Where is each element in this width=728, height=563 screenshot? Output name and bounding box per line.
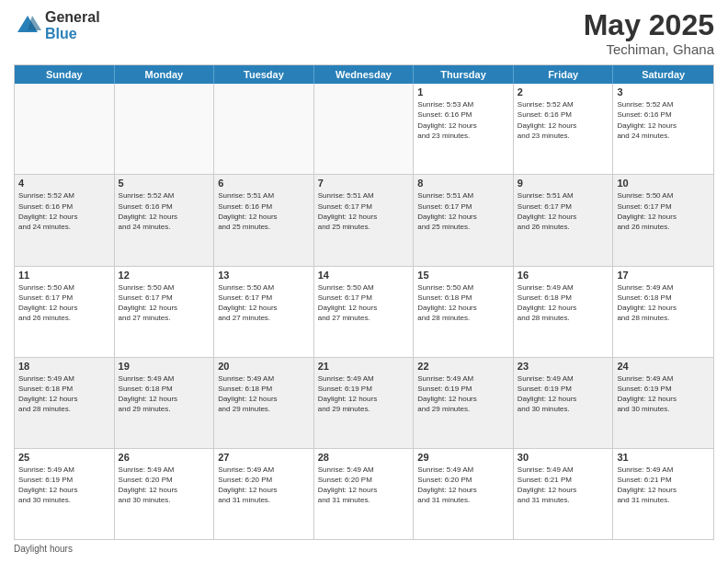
day-number: 1: [417, 86, 509, 98]
calendar-cell: 27Sunrise: 5:49 AM Sunset: 6:20 PM Dayli…: [214, 449, 314, 539]
day-info: Sunrise: 5:50 AM Sunset: 6:18 PM Dayligh…: [417, 282, 509, 324]
day-number: 24: [617, 361, 710, 372]
day-number: 13: [218, 270, 310, 281]
footer-note: Daylight hours: [14, 540, 714, 554]
calendar-cell: 12Sunrise: 5:50 AM Sunset: 6:17 PM Dayli…: [115, 267, 215, 357]
day-number: 19: [119, 361, 210, 372]
day-number: 9: [518, 178, 609, 189]
calendar-cell: 21Sunrise: 5:49 AM Sunset: 6:19 PM Dayli…: [314, 358, 415, 448]
calendar-cell: 18Sunrise: 5:49 AM Sunset: 6:18 PM Dayli…: [15, 358, 115, 448]
calendar: SundayMondayTuesdayWednesdayThursdayFrid…: [14, 64, 714, 540]
day-number: 10: [617, 178, 710, 189]
day-number: 4: [18, 178, 110, 189]
day-number: 2: [518, 86, 609, 98]
day-info: Sunrise: 5:49 AM Sunset: 6:20 PM Dayligh…: [119, 465, 210, 506]
calendar-cell: 30Sunrise: 5:49 AM Sunset: 6:21 PM Dayli…: [514, 449, 614, 539]
day-info: Sunrise: 5:49 AM Sunset: 6:20 PM Dayligh…: [318, 465, 410, 506]
day-number: 22: [417, 361, 509, 372]
calendar-cell: 8Sunrise: 5:51 AM Sunset: 6:17 PM Daylig…: [414, 175, 514, 265]
empty-cell: [115, 84, 215, 174]
day-number: 30: [518, 452, 609, 463]
day-info: Sunrise: 5:49 AM Sunset: 6:19 PM Dayligh…: [617, 373, 710, 415]
calendar-cell: 7Sunrise: 5:51 AM Sunset: 6:17 PM Daylig…: [314, 175, 415, 265]
day-number: 7: [318, 178, 410, 189]
day-info: Sunrise: 5:51 AM Sunset: 6:17 PM Dayligh…: [318, 190, 410, 232]
calendar-cell: 31Sunrise: 5:49 AM Sunset: 6:21 PM Dayli…: [613, 449, 713, 539]
day-number: 14: [318, 270, 410, 281]
day-number: 12: [119, 270, 210, 281]
calendar-row: 25Sunrise: 5:49 AM Sunset: 6:19 PM Dayli…: [15, 449, 713, 539]
day-info: Sunrise: 5:52 AM Sunset: 6:16 PM Dayligh…: [119, 190, 210, 232]
calendar-cell: 4Sunrise: 5:52 AM Sunset: 6:16 PM Daylig…: [15, 175, 115, 265]
subtitle: Techiman, Ghana: [584, 41, 714, 57]
calendar-cell: 23Sunrise: 5:49 AM Sunset: 6:19 PM Dayli…: [514, 358, 614, 448]
day-number: 27: [218, 452, 310, 463]
day-number: 28: [318, 452, 410, 463]
calendar-row: 4Sunrise: 5:52 AM Sunset: 6:16 PM Daylig…: [15, 175, 713, 266]
day-info: Sunrise: 5:52 AM Sunset: 6:16 PM Dayligh…: [518, 99, 609, 141]
day-info: Sunrise: 5:49 AM Sunset: 6:19 PM Dayligh…: [18, 465, 110, 506]
title-block: May 2025 Techiman, Ghana: [584, 9, 714, 57]
day-of-week-header: Sunday: [15, 65, 115, 84]
day-info: Sunrise: 5:53 AM Sunset: 6:16 PM Dayligh…: [417, 99, 509, 141]
calendar-body: 1Sunrise: 5:53 AM Sunset: 6:16 PM Daylig…: [15, 84, 713, 539]
calendar-cell: 17Sunrise: 5:49 AM Sunset: 6:18 PM Dayli…: [613, 267, 713, 357]
day-number: 31: [617, 452, 710, 463]
day-info: Sunrise: 5:50 AM Sunset: 6:17 PM Dayligh…: [119, 282, 210, 324]
calendar-row: 18Sunrise: 5:49 AM Sunset: 6:18 PM Dayli…: [15, 358, 713, 449]
day-number: 18: [18, 361, 110, 372]
day-of-week-header: Thursday: [414, 65, 514, 84]
calendar-cell: 10Sunrise: 5:50 AM Sunset: 6:17 PM Dayli…: [613, 175, 713, 265]
day-of-week-header: Monday: [115, 65, 215, 84]
day-info: Sunrise: 5:49 AM Sunset: 6:18 PM Dayligh…: [617, 282, 710, 324]
calendar-cell: 13Sunrise: 5:50 AM Sunset: 6:17 PM Dayli…: [214, 267, 314, 357]
calendar-cell: 15Sunrise: 5:50 AM Sunset: 6:18 PM Dayli…: [414, 267, 514, 357]
calendar-cell: 1Sunrise: 5:53 AM Sunset: 6:16 PM Daylig…: [414, 84, 514, 174]
day-info: Sunrise: 5:50 AM Sunset: 6:17 PM Dayligh…: [617, 190, 710, 232]
calendar-cell: 3Sunrise: 5:52 AM Sunset: 6:16 PM Daylig…: [613, 84, 713, 174]
calendar-cell: 6Sunrise: 5:51 AM Sunset: 6:16 PM Daylig…: [214, 175, 314, 265]
main-title: May 2025: [584, 9, 714, 41]
day-number: 26: [119, 452, 210, 463]
day-info: Sunrise: 5:49 AM Sunset: 6:18 PM Dayligh…: [119, 373, 210, 415]
day-info: Sunrise: 5:49 AM Sunset: 6:21 PM Dayligh…: [518, 465, 609, 506]
calendar-cell: 25Sunrise: 5:49 AM Sunset: 6:19 PM Dayli…: [15, 449, 115, 539]
day-info: Sunrise: 5:50 AM Sunset: 6:17 PM Dayligh…: [18, 282, 110, 324]
calendar-cell: 22Sunrise: 5:49 AM Sunset: 6:19 PM Dayli…: [414, 358, 514, 448]
day-info: Sunrise: 5:49 AM Sunset: 6:19 PM Dayligh…: [518, 373, 609, 415]
day-number: 23: [518, 361, 609, 372]
day-info: Sunrise: 5:50 AM Sunset: 6:17 PM Dayligh…: [218, 282, 310, 324]
day-info: Sunrise: 5:51 AM Sunset: 6:16 PM Dayligh…: [218, 190, 310, 232]
calendar-row: 1Sunrise: 5:53 AM Sunset: 6:16 PM Daylig…: [15, 84, 713, 175]
logo: General Blue: [14, 9, 100, 41]
empty-cell: [15, 84, 115, 174]
calendar-cell: 16Sunrise: 5:49 AM Sunset: 6:18 PM Dayli…: [514, 267, 614, 357]
day-number: 25: [18, 452, 110, 463]
logo-general-label: General: [45, 9, 100, 26]
empty-cell: [214, 84, 314, 174]
logo-blue-label: Blue: [45, 26, 100, 42]
calendar-cell: 29Sunrise: 5:49 AM Sunset: 6:20 PM Dayli…: [414, 449, 514, 539]
day-number: 16: [518, 270, 609, 281]
day-number: 15: [417, 270, 509, 281]
day-number: 21: [318, 361, 410, 372]
day-number: 5: [119, 178, 210, 189]
calendar-cell: 26Sunrise: 5:49 AM Sunset: 6:20 PM Dayli…: [115, 449, 215, 539]
day-info: Sunrise: 5:51 AM Sunset: 6:17 PM Dayligh…: [518, 190, 609, 232]
calendar-cell: 14Sunrise: 5:50 AM Sunset: 6:17 PM Dayli…: [314, 267, 415, 357]
day-info: Sunrise: 5:52 AM Sunset: 6:16 PM Dayligh…: [617, 99, 710, 141]
calendar-cell: 9Sunrise: 5:51 AM Sunset: 6:17 PM Daylig…: [514, 175, 614, 265]
day-number: 11: [18, 270, 110, 281]
day-number: 6: [218, 178, 310, 189]
calendar-cell: 11Sunrise: 5:50 AM Sunset: 6:17 PM Dayli…: [15, 267, 115, 357]
day-info: Sunrise: 5:49 AM Sunset: 6:18 PM Dayligh…: [518, 282, 609, 324]
calendar-cell: 24Sunrise: 5:49 AM Sunset: 6:19 PM Dayli…: [613, 358, 713, 448]
calendar-header: SundayMondayTuesdayWednesdayThursdayFrid…: [15, 65, 713, 84]
empty-cell: [314, 84, 415, 174]
day-number: 17: [617, 270, 710, 281]
calendar-cell: 5Sunrise: 5:52 AM Sunset: 6:16 PM Daylig…: [115, 175, 215, 265]
day-number: 29: [417, 452, 509, 463]
calendar-row: 11Sunrise: 5:50 AM Sunset: 6:17 PM Dayli…: [15, 267, 713, 358]
day-info: Sunrise: 5:49 AM Sunset: 6:19 PM Dayligh…: [417, 373, 509, 415]
day-info: Sunrise: 5:51 AM Sunset: 6:17 PM Dayligh…: [417, 190, 509, 232]
